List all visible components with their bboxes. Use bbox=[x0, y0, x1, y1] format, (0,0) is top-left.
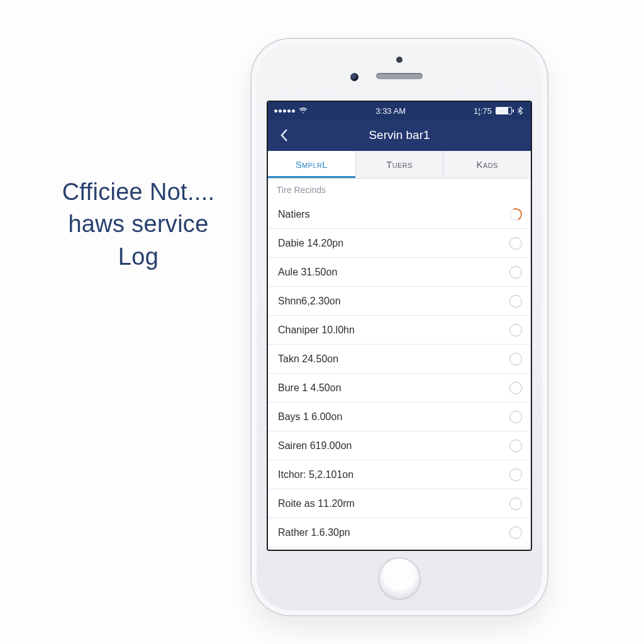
list-item-label: Bure 1 4.50on bbox=[278, 382, 341, 394]
radio-unselected-icon[interactable] bbox=[509, 469, 522, 481]
list-item-label: Roite as 11.20rm bbox=[278, 498, 355, 509]
list-item-label: Shnn6,2.30on bbox=[278, 296, 341, 307]
tab-label: Kads bbox=[477, 159, 498, 170]
promo-caption: Cfficiee Not.... haws service Log bbox=[38, 176, 239, 273]
list-item-label: Dabie 14.20pn bbox=[278, 238, 343, 249]
page-title: Servin bar1 bbox=[369, 128, 430, 142]
radio-unselected-icon[interactable] bbox=[509, 266, 522, 279]
radio-unselected-icon[interactable] bbox=[509, 440, 522, 452]
list-item[interactable]: Chaniper 10.l0hn bbox=[268, 316, 531, 345]
tab-bar: SmplrLTuersKads bbox=[268, 151, 531, 179]
sensor-dot bbox=[396, 57, 402, 63]
radio-unselected-icon[interactable] bbox=[509, 526, 522, 539]
list-item-label: Chaniper 10.l0hn bbox=[278, 325, 355, 336]
list-item[interactable]: Stale a.d Abivar bbox=[268, 547, 531, 550]
earpiece bbox=[376, 73, 423, 79]
chevron-left-icon bbox=[280, 128, 289, 142]
wifi-icon bbox=[299, 107, 308, 114]
status-bar: 3:33 AM 1¦:75 bbox=[268, 102, 531, 119]
battery-text: 1¦:75 bbox=[474, 106, 492, 116]
list-item[interactable]: Natiers bbox=[268, 200, 531, 229]
home-button[interactable] bbox=[378, 557, 421, 600]
list-item-label: Sairen 619.00on bbox=[278, 440, 352, 452]
list-item[interactable]: Itchor: 5,2.101on bbox=[268, 460, 531, 489]
list-item[interactable]: Bure 1 4.50on bbox=[268, 374, 531, 402]
tab-label: SmplrL bbox=[296, 159, 328, 170]
status-left bbox=[274, 107, 308, 114]
status-time: 3:33 AM bbox=[375, 106, 406, 116]
list-item[interactable]: Takn 24.50on bbox=[268, 345, 531, 374]
radio-unselected-icon[interactable] bbox=[509, 324, 522, 336]
list-item[interactable]: Aule 31.50on bbox=[268, 258, 531, 287]
bluetooth-icon bbox=[516, 107, 525, 114]
radio-unselected-icon[interactable] bbox=[509, 411, 522, 423]
promo-caption-line: Cfficiee Not.... bbox=[38, 176, 239, 208]
phone-mockup: 3:33 AM 1¦:75 Servin bar1 SmplrLTuersKad… bbox=[250, 38, 548, 616]
list-item-label: Itchor: 5,2.101on bbox=[278, 469, 353, 480]
back-button[interactable] bbox=[272, 119, 297, 151]
list-item-label: Bays 1 6.00on bbox=[278, 411, 342, 423]
tab-label: Tuers bbox=[386, 159, 413, 170]
promo-caption-line: haws service bbox=[38, 208, 239, 240]
nav-bar: Servin bar1 bbox=[268, 119, 531, 151]
section-header: Tire Recinds bbox=[268, 179, 531, 200]
battery-icon bbox=[496, 107, 512, 114]
radio-unselected-icon[interactable] bbox=[509, 497, 522, 510]
tab-kads[interactable]: Kads bbox=[443, 151, 531, 178]
promo-caption-line: Log bbox=[38, 241, 239, 273]
list-item-label: Takn 24.50on bbox=[278, 353, 338, 365]
radio-unselected-icon[interactable] bbox=[509, 237, 522, 250]
tab-tuers[interactable]: Tuers bbox=[356, 151, 444, 178]
loading-indicator-icon[interactable] bbox=[508, 206, 524, 223]
list-item[interactable]: Dabie 14.20pn bbox=[268, 229, 531, 258]
list-item[interactable]: Bays 1 6.00on bbox=[268, 402, 531, 431]
list-item-label: Natiers bbox=[278, 209, 310, 220]
list-item-label: Aule 31.50on bbox=[278, 267, 337, 278]
list-item-label: Rather 1.6.30pn bbox=[278, 527, 350, 538]
records-list[interactable]: NatiersDabie 14.20pnAule 31.50onShnn6,2.… bbox=[268, 200, 531, 550]
status-right: 1¦:75 bbox=[474, 106, 525, 116]
tab-smplrl[interactable]: SmplrL bbox=[268, 151, 356, 178]
radio-unselected-icon[interactable] bbox=[509, 382, 522, 394]
list-item[interactable]: Roite as 11.20rm bbox=[268, 489, 531, 518]
list-item[interactable]: Rather 1.6.30pn bbox=[268, 518, 531, 547]
radio-unselected-icon[interactable] bbox=[509, 295, 522, 308]
radio-unselected-icon[interactable] bbox=[509, 353, 522, 365]
front-camera bbox=[350, 73, 358, 81]
signal-dots-icon bbox=[274, 109, 295, 113]
list-item[interactable]: Sairen 619.00on bbox=[268, 431, 531, 460]
list-item[interactable]: Shnn6,2.30on bbox=[268, 287, 531, 316]
screen: 3:33 AM 1¦:75 Servin bar1 SmplrLTuersKad… bbox=[267, 101, 532, 551]
